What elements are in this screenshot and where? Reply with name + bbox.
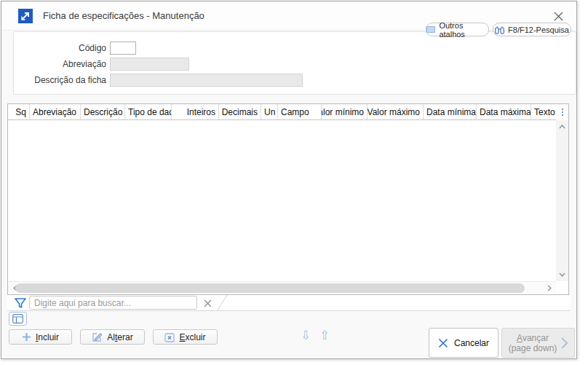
move-up-icon[interactable]: ⇧	[319, 329, 330, 343]
col-header-campo[interactable]: Campo	[278, 104, 322, 120]
excluir-label: Excluir	[179, 332, 205, 342]
pesquisa-label: F8/F12-Pesquisa	[508, 25, 569, 34]
filter-search-input[interactable]	[29, 296, 197, 310]
scroll-up-icon[interactable]	[556, 121, 568, 133]
grid-layout-icon	[12, 314, 23, 323]
horizontal-scrollbar-thumb[interactable]	[15, 283, 525, 293]
avancar-button[interactable]: Avançar (page down)	[501, 328, 575, 358]
grid-config-button[interactable]	[9, 312, 27, 326]
vertical-dots-icon	[562, 109, 563, 116]
scroll-down-icon[interactable]	[556, 269, 568, 280]
outros-atalhos-button[interactable]: Outros atalhos	[426, 23, 489, 36]
cancelar-button[interactable]: Cancelar	[429, 328, 498, 358]
col-header-inteiros[interactable]: Inteiros	[172, 104, 219, 120]
form-panel: Código Abreviação Descrição da ficha	[13, 31, 576, 95]
filter-funnel-icon[interactable]	[13, 296, 28, 310]
excluir-button[interactable]: Excluir	[153, 329, 218, 345]
window-title: Ficha de especificações - Manutenção	[43, 10, 204, 21]
column-options-button[interactable]	[556, 104, 568, 120]
abreviacao-input	[110, 58, 189, 71]
col-header-descricao[interactable]: Descrição	[81, 104, 125, 120]
app-icon	[18, 9, 33, 23]
edit-pencil-icon	[92, 332, 103, 342]
plus-icon	[22, 332, 31, 342]
delete-icon	[164, 332, 175, 342]
filter-tab-edge	[215, 295, 230, 314]
pesquisa-button[interactable]: F8/F12-Pesquisa	[493, 23, 571, 36]
codigo-input[interactable]	[110, 42, 136, 55]
alterar-label: Alterar	[107, 332, 132, 342]
outros-atalhos-label: Outros atalhos	[439, 21, 488, 39]
cancel-x-icon	[438, 338, 448, 348]
col-header-sq[interactable]: Sq	[8, 104, 30, 120]
close-icon[interactable]	[552, 9, 565, 23]
avancar-label: Avançar (page down)	[509, 333, 557, 353]
incluir-button[interactable]: Incluir	[9, 329, 72, 345]
codigo-label: Código	[14, 43, 110, 53]
alterar-button[interactable]: Alterar	[80, 329, 145, 345]
cancelar-label: Cancelar	[454, 338, 489, 348]
forward-chevron-icon	[561, 337, 568, 349]
col-header-valor-minimo[interactable]: Valor mínimo	[322, 104, 368, 120]
col-header-un[interactable]: Un	[261, 104, 278, 120]
binoculars-icon	[495, 25, 504, 34]
col-header-decimais[interactable]: Decimais	[219, 104, 261, 120]
grid-header-row: Sq Abreviação Descrição Tipo de dado Int…	[8, 104, 556, 120]
scroll-right-icon[interactable]	[543, 282, 555, 294]
descricao-label: Descrição da ficha	[14, 75, 110, 85]
descricao-ficha-input	[110, 74, 303, 87]
dialog-window: Ficha de especificações - Manutenção Out…	[1, 1, 577, 359]
filter-clear-icon[interactable]	[201, 297, 214, 310]
incluir-label: Incluir	[36, 332, 59, 342]
col-header-data-maxima[interactable]: Data máxima	[477, 104, 531, 120]
col-header-texto-fixo[interactable]: Texto f	[531, 104, 556, 120]
shortcuts-icon	[426, 26, 435, 33]
col-header-tipo-de-dado[interactable]: Tipo de dado	[125, 104, 172, 120]
col-header-data-minima[interactable]: Data mínima	[424, 104, 477, 120]
horizontal-scrollbar[interactable]	[8, 281, 556, 294]
vertical-scrollbar[interactable]	[556, 120, 568, 281]
titlebar: Ficha de especificações - Manutenção	[1, 1, 576, 31]
col-header-valor-maximo[interactable]: Valor máximo	[368, 104, 424, 120]
spec-grid: Sq Abreviação Descrição Tipo de dado Int…	[7, 103, 569, 295]
filter-strip	[7, 295, 571, 311]
abreviacao-label: Abreviação	[14, 59, 110, 69]
grid-body-empty[interactable]	[8, 120, 556, 281]
col-header-abreviacao[interactable]: Abreviação	[30, 104, 81, 120]
move-down-icon[interactable]: ⇩	[301, 329, 311, 343]
